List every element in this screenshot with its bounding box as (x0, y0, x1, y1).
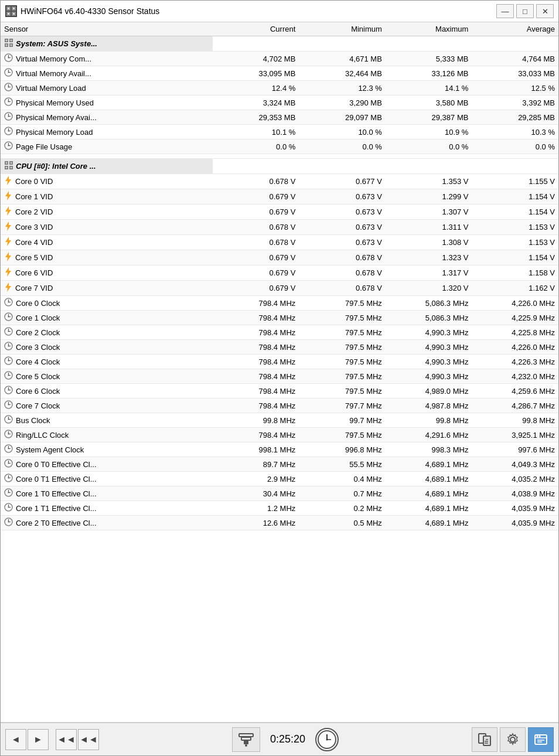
sensor-current: 0.679 V (213, 250, 299, 265)
nav-forward-button[interactable]: ► (28, 729, 49, 750)
sensor-name-cell: Core 0 VID (1, 174, 213, 189)
nav-skip-forward-button[interactable]: ◄◄ (78, 729, 99, 750)
sensor-name-cell: Core 1 VID (1, 189, 213, 205)
sensor-average: 4,035.2 MHz (472, 472, 558, 486)
clock-icon (4, 474, 13, 484)
sensor-name-cell: Core 5 Clock (1, 369, 213, 384)
sensor-label: Virtual Memory Com... (16, 55, 91, 63)
sensor-name-cell: Core 0 Clock (1, 296, 213, 311)
sensor-average: 1.153 V (472, 220, 558, 235)
svg-rect-7 (13, 13, 15, 15)
sensor-maximum: 1.323 V (386, 250, 472, 265)
clock-icon (4, 517, 13, 528)
svg-rect-133 (483, 736, 490, 745)
sensor-current: 0.678 V (213, 220, 299, 235)
sensor-current: 2.9 MHz (213, 472, 299, 486)
sensor-current: 0.679 V (213, 265, 299, 281)
sensor-label: Physical Memory Used (16, 98, 94, 107)
sensor-name-cell: Virtual Memory Avail... (1, 66, 213, 81)
sensor-name-cell: Virtual Memory Com... (1, 52, 213, 66)
table-row: Physical Memory Used3,324 MB3,290 MB3,58… (1, 96, 558, 110)
sensor-label: Core 0 T1 Effective Cl... (16, 475, 97, 483)
sensor-minimum: 32,464 MB (299, 66, 386, 81)
section-header-row: CPU [#0]: Intel Core ... (1, 159, 558, 174)
svg-point-103 (8, 448, 9, 449)
sensor-name-cell: Core 0 T0 Effective Cl... (1, 457, 213, 472)
clock-icon (4, 97, 13, 108)
taskbar: ◄ ► ◄◄ ◄◄ 0:25:20 (1, 723, 558, 755)
sensor-average: 1.154 V (472, 205, 558, 220)
sensor-label: Virtual Memory Load (16, 84, 86, 93)
table-row: Core 0 Clock798.4 MHz797.5 MHz5,086.3 MH… (1, 296, 558, 311)
taskbar-active-button[interactable] (528, 727, 554, 752)
sensor-name-cell: Core 2 T0 Effective Cl... (1, 516, 213, 530)
sensor-average: 29,285 MB (472, 110, 558, 125)
sensor-minimum: 797.7 MHz (299, 399, 386, 413)
sensor-name-cell: Core 3 Clock (1, 340, 213, 355)
sensor-label: Core 6 VID (15, 268, 53, 277)
sensor-name-cell: Virtual Memory Load (1, 81, 213, 96)
sensor-table-container[interactable]: Sensor Current Minimum Maximum Average S… (1, 22, 558, 723)
sensor-current: 798.4 MHz (213, 325, 299, 340)
sensor-minimum: 29,097 MB (299, 110, 386, 125)
sensor-average: 10.3 % (472, 125, 558, 139)
sensor-name-cell: Core 5 VID (1, 250, 213, 265)
table-row: Core 1 Clock798.4 MHz797.5 MHz5,086.3 MH… (1, 311, 558, 325)
sensor-current: 798.4 MHz (213, 399, 299, 413)
nav-back-group: ◄ ► (5, 729, 49, 750)
table-row: Core 2 T0 Effective Cl...12.6 MHz0.5 MHz… (1, 516, 558, 530)
sensor-current: 0.678 V (213, 174, 299, 189)
sensor-label: Core 5 VID (15, 253, 53, 262)
sensor-minimum: 0.5 MHz (299, 516, 386, 530)
minimize-button[interactable]: — (496, 4, 514, 18)
table-row: Page File Usage0.0 %0.0 %0.0 %0.0 % (1, 139, 558, 154)
sensor-current: 998.1 MHz (213, 442, 299, 457)
sensor-label: Bus Clock (16, 416, 50, 425)
sensor-minimum: 3,290 MB (299, 96, 386, 110)
sensor-name-cell: Core 4 Clock (1, 355, 213, 369)
sensor-minimum: 0.673 V (299, 220, 386, 235)
sensor-average: 1.162 V (472, 281, 558, 296)
taskbar-files-button[interactable] (472, 727, 497, 752)
sensor-minimum: 0.673 V (299, 235, 386, 250)
sensor-average: 4,764 MB (472, 52, 558, 66)
nav-back-button[interactable]: ◄ (5, 729, 26, 750)
sensor-current: 12.6 MHz (213, 516, 299, 530)
taskbar-settings-button[interactable] (500, 727, 526, 752)
clock-icon (4, 488, 13, 499)
sensor-label: Core 4 VID (15, 238, 53, 247)
svg-marker-57 (5, 252, 11, 261)
sensor-average: 1.158 V (472, 265, 558, 281)
sensor-maximum: 998.3 MHz (386, 442, 472, 457)
sensor-average: 12.5 % (472, 81, 558, 96)
svg-point-31 (8, 101, 9, 103)
sensor-current: 798.4 MHz (213, 384, 299, 399)
sensor-maximum: 4,990.3 MHz (386, 340, 472, 355)
table-row: Core 1 VID0.679 V0.673 V1.299 V1.154 V (1, 189, 558, 205)
table-row: Core 4 Clock798.4 MHz797.5 MHz4,990.3 MH… (1, 355, 558, 369)
sensor-label: Core 1 VID (15, 192, 53, 201)
sensor-average: 4,226.0 MHz (472, 296, 558, 311)
sensor-current: 798.4 MHz (213, 428, 299, 442)
sensor-average: 3,925.1 MHz (472, 428, 558, 442)
svg-marker-53 (5, 191, 11, 200)
svg-point-35 (8, 116, 9, 117)
maximize-button[interactable]: □ (516, 4, 534, 18)
clock-icon (315, 728, 339, 751)
sensor-name-cell: Core 7 VID (1, 281, 213, 296)
nav-skip-back-button[interactable]: ◄◄ (56, 729, 77, 750)
sensor-name-cell: Physical Memory Avai... (1, 110, 213, 125)
table-row: Core 0 T0 Effective Cl...89.7 MHz55.5 MH… (1, 457, 558, 472)
sensor-minimum: 55.5 MHz (299, 457, 386, 472)
sensor-minimum: 0.0 % (299, 139, 386, 154)
close-button[interactable]: ✕ (536, 4, 554, 18)
lightning-icon (4, 191, 12, 202)
table-header-row: Sensor Current Minimum Maximum Average (1, 22, 558, 36)
table-row: Core 0 T1 Effective Cl...2.9 MHz0.4 MHz4… (1, 472, 558, 486)
table-row: Core 5 Clock798.4 MHz797.5 MHz4,990.3 MH… (1, 369, 558, 384)
svg-rect-5 (13, 8, 15, 9)
table-row: Core 5 VID0.679 V0.678 V1.323 V1.154 V (1, 250, 558, 265)
sensor-label: Core 4 Clock (16, 357, 60, 366)
svg-rect-4 (8, 8, 9, 9)
sensor-label: Core 0 Clock (16, 299, 60, 308)
